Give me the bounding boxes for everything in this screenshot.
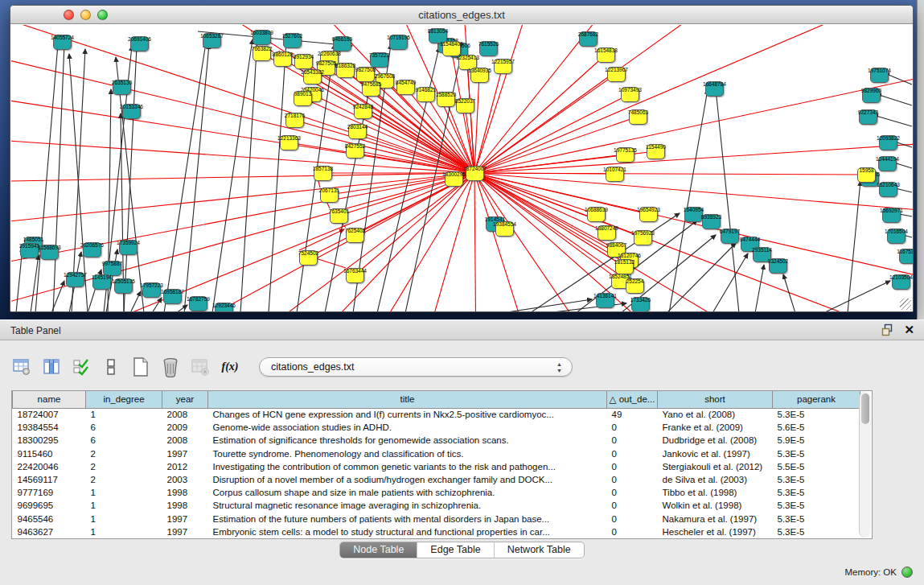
table-cell[interactable]: 5.5E-5 [773, 460, 860, 473]
table-row[interactable]: 969969511998Structural magnetic resonanc… [13, 499, 860, 512]
table-cell[interactable]: Yano et al. (2008) [658, 408, 773, 421]
graph-node[interactable]: 1857138 [314, 166, 332, 181]
table-cell[interactable]: Structural magnetic resonance image aver… [208, 499, 607, 512]
table-cell[interactable]: Investigating the contribution of common… [208, 460, 607, 473]
table-cell[interactable]: Stergiakouli et al. (2012) [658, 460, 773, 473]
table-row[interactable]: 911546021997Tourette syndrome. Phenomeno… [13, 447, 860, 460]
table-cell[interactable]: 5.6E-5 [773, 421, 860, 434]
graph-node[interactable]: 12213363 [280, 135, 298, 150]
table-row[interactable]: 1872400712008Changes of HCN gene express… [13, 408, 860, 421]
table-cell[interactable]: 1997 [162, 513, 208, 525]
table-row[interactable]: 2242004622012Investigating the contribut… [13, 460, 860, 473]
table-cell[interactable]: Hescheler et al. (1997) [658, 525, 773, 538]
table-row[interactable]: 946554611997Estimation of the future num… [13, 513, 860, 525]
table-cell[interactable]: 9699695 [13, 499, 86, 512]
graph-node[interactable]: 2718176 [285, 113, 304, 128]
table-row[interactable]: 977716911998Corpus callosum shape and si… [13, 486, 860, 499]
graph-node[interactable]: 1588520 [437, 92, 455, 107]
table-cell[interactable]: 1 [86, 525, 162, 538]
select-columns-button[interactable] [71, 356, 92, 377]
graph-node[interactable]: 12093822 [879, 135, 897, 150]
function-builder-button[interactable]: f(x) [220, 356, 240, 377]
table-cell[interactable]: Estimation of the future numbers of pati… [208, 513, 607, 525]
graph-node[interactable]: 12213967 [607, 67, 626, 82]
table-cell[interactable]: 5.3E-5 [773, 447, 860, 460]
table-cell[interactable]: Disruption of a novel member of a sodium… [208, 473, 607, 486]
delete-table-button[interactable] [160, 356, 181, 377]
node-table[interactable]: namein_degreeyeartitle△ out_de...shortpa… [11, 390, 873, 539]
table-cell[interactable]: 0 [607, 525, 658, 538]
column-header-name[interactable]: name [13, 391, 86, 408]
graph-node[interactable]: 19756928 [634, 230, 652, 245]
graph-node[interactable]: 10107421 [606, 167, 624, 182]
table-cell[interactable]: 5.3E-5 [773, 486, 860, 499]
table-cell[interactable]: 2008 [162, 434, 208, 447]
graph-node[interactable]: 17359924 [119, 240, 138, 255]
table-row[interactable]: 1456911722003Disruption of a novel membe… [13, 473, 860, 486]
graph-node[interactable]: 8522037 [456, 98, 474, 113]
graph-node[interactable]: 7635401 [330, 208, 348, 224]
table-cell[interactable]: 9465546 [13, 513, 86, 525]
table-row[interactable]: 1938455462009Genome-wide association stu… [13, 421, 860, 434]
graph-node[interactable]: 6466160 [333, 36, 351, 51]
table-cell[interactable]: 2009 [162, 421, 208, 434]
column-header-pagerank[interactable]: pagerank [773, 391, 860, 408]
graph-node[interactable]: 2635130 [113, 80, 131, 95]
graph-node[interactable]: 10653287 [203, 33, 221, 48]
table-cell[interactable]: 1997 [162, 447, 208, 460]
graph-node[interactable]: 16154838 [597, 47, 615, 63]
table-cell[interactable]: 0 [607, 421, 658, 434]
graph-node[interactable]: 8427552 [346, 143, 364, 159]
table-cell[interactable]: 0 [607, 499, 658, 512]
close-panel-icon[interactable]: ✕ [904, 323, 914, 336]
graph-node[interactable]: 9324502 [769, 258, 787, 274]
table-cell[interactable]: 5.3E-5 [773, 499, 860, 512]
graph-node[interactable]: 12444194 [878, 156, 897, 171]
graph-node[interactable]: 1154490 [647, 144, 665, 159]
table-cell[interactable]: Tibbo et al. (1998) [658, 486, 773, 499]
graph-node[interactable]: 8938923 [702, 214, 721, 229]
graph-node[interactable]: 12215957 [494, 59, 512, 74]
graph-node[interactable]: 12505135 [114, 278, 133, 294]
graph-node[interactable]: 3915941 [20, 243, 39, 258]
column-header-out_de[interactable]: △ out_de... [607, 391, 658, 408]
graph-node[interactable]: 13640935 [470, 68, 489, 83]
table-cell[interactable]: Embryonic stem cells: a model to study s… [208, 525, 607, 538]
table-cell[interactable]: 6 [86, 434, 162, 447]
table-cell[interactable]: Tourette syndrome. Phenomenology and cla… [208, 447, 607, 460]
graph-node[interactable]: 7663822 [253, 46, 271, 61]
graph-node[interactable]: 9227343 [859, 109, 877, 125]
table-cell[interactable]: Franke et al. (2009) [658, 421, 773, 434]
graph-node[interactable]: 20691406 [130, 36, 149, 51]
table-cell[interactable]: 5.3E-5 [773, 473, 860, 486]
graph-node[interactable]: 19775135 [616, 147, 634, 163]
table-cell[interactable]: 18300295 [13, 434, 86, 447]
graph-node[interactable]: 1640954 [684, 207, 703, 222]
network-table-selector[interactable]: citations_edges.txt ▲▼ [259, 357, 573, 377]
table-cell[interactable]: 5.3E-5 [773, 408, 860, 421]
graph-node[interactable]: 2067131 [320, 187, 339, 203]
graph-node[interactable]: 16033809 [253, 30, 271, 45]
table-cell[interactable]: 9115460 [13, 447, 86, 460]
table-cell[interactable]: 5.3E-5 [773, 513, 860, 525]
table-cell[interactable]: 14569117 [13, 473, 86, 486]
graph-node[interactable]: 17957223 [142, 282, 161, 298]
table-cell[interactable]: 0 [607, 486, 658, 499]
graph-node[interactable]: 9146821 [417, 87, 435, 102]
row-height-button[interactable] [101, 356, 121, 377]
table-cell[interactable]: 0 [607, 460, 658, 473]
column-settings-button[interactable] [41, 356, 62, 377]
graph-node[interactable]: 20153346 [122, 104, 141, 119]
table-cell[interactable]: 9463627 [13, 525, 86, 538]
tab-edge-table[interactable]: Edge Table [417, 542, 494, 558]
graph-node[interactable]: 15692971 [882, 208, 901, 223]
graph-node[interactable]: 16210643 [879, 182, 897, 197]
table-cell[interactable]: 5.3E-5 [773, 525, 860, 538]
graph-node[interactable]: 8860128 [273, 51, 292, 67]
graph-node[interactable]: 7625402 [346, 228, 364, 243]
window-resize-grip[interactable] [900, 299, 911, 310]
table-cell[interactable]: 2012 [162, 460, 208, 473]
graph-node[interactable]: 1815132 [615, 259, 634, 274]
graph-node[interactable]: 19384554 [495, 221, 514, 237]
table-cell[interactable]: 1998 [162, 486, 208, 499]
